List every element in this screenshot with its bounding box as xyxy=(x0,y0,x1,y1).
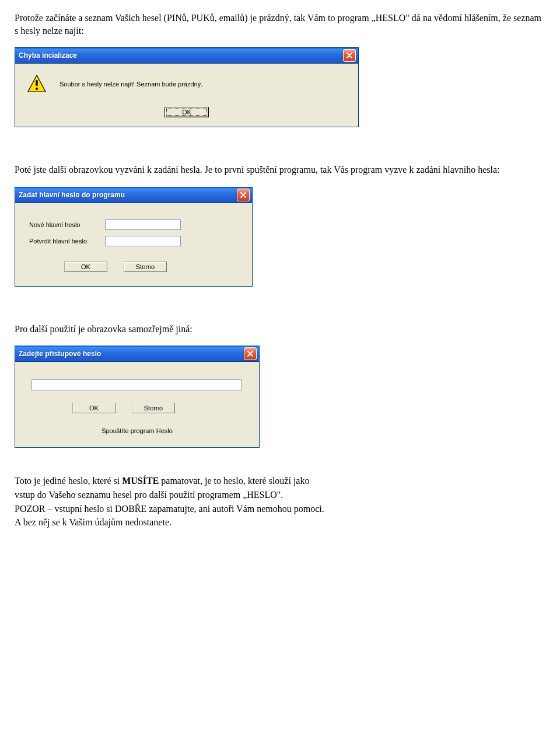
cancel-button[interactable]: Storno xyxy=(132,403,175,413)
paragraph-intro: Protože začínáte a seznam Vašich hesel (… xyxy=(15,12,545,37)
dialog-body: Nové hlavní heslo Potvrdit hlavní heslo … xyxy=(15,203,252,286)
dialog-message: Soubor s hesly nelze najít! Seznam bude … xyxy=(60,81,202,88)
dialog-title: Zadat hlavní heslo do programu xyxy=(19,191,125,199)
svg-point-2 xyxy=(36,88,38,90)
paragraph-bez-nej: A bez něj se k Vašim údajům nedostanete. xyxy=(15,516,545,529)
paragraph-next-use: Pro další použití je obrazovka samozřejm… xyxy=(15,323,545,336)
svg-rect-1 xyxy=(36,80,37,86)
warning-icon xyxy=(27,74,47,94)
label-new-password: Nové hlavní heslo xyxy=(29,221,105,228)
ok-button[interactable]: OK xyxy=(164,107,209,117)
label-confirm-password: Potvrdit hlavní heslo xyxy=(29,238,105,245)
input-access-password[interactable] xyxy=(32,379,242,391)
paragraph-musite: Toto je jediné heslo, které si MUSÍTE pa… xyxy=(15,475,545,487)
close-icon[interactable] xyxy=(343,49,356,62)
titlebar: Zadejte přístupové heslo xyxy=(15,346,259,362)
paragraph-next-screen: Poté jste další obrazovkou vyzváni k zad… xyxy=(15,163,545,176)
status-text: Spouštíte program Heslo xyxy=(32,427,243,434)
input-confirm-password[interactable] xyxy=(105,236,181,246)
titlebar: Chyba incializace xyxy=(15,48,358,64)
dialog-body: Soubor s hesly nelze najít! Seznam bude … xyxy=(15,64,358,127)
input-new-password[interactable] xyxy=(105,219,181,230)
cancel-button[interactable]: Storno xyxy=(124,262,167,272)
dialog-enter-access-password: Zadejte přístupové heslo OK Storno Spouš… xyxy=(15,346,260,448)
titlebar: Zadat hlavní heslo do programu xyxy=(15,187,252,203)
dialog-title: Zadejte přístupové heslo xyxy=(19,350,101,358)
dialog-body: OK Storno Spouštíte program Heslo xyxy=(15,362,259,447)
ok-button[interactable]: OK xyxy=(72,403,116,413)
paragraph-vstup: vstup do Vašeho seznamu hesel pro další … xyxy=(15,489,545,501)
ok-button[interactable]: OK xyxy=(64,262,107,272)
dialog-title: Chyba incializace xyxy=(19,51,77,60)
paragraph-pozor: POZOR – vstupní heslo si DOBŘE zapamatuj… xyxy=(15,503,545,515)
dialog-set-main-password: Zadat hlavní heslo do programu Nové hlav… xyxy=(15,187,253,287)
dialog-error-init: Chyba incializace Soubor s hesly nelze n… xyxy=(15,47,359,127)
text-segment: pamatovat, je to heslo, které slouží jak… xyxy=(159,476,309,486)
close-icon[interactable] xyxy=(237,189,250,201)
close-icon[interactable] xyxy=(244,347,257,360)
text-segment: Toto je jediné heslo, které si xyxy=(15,476,122,486)
text-bold-musite: MUSÍTE xyxy=(122,476,159,486)
